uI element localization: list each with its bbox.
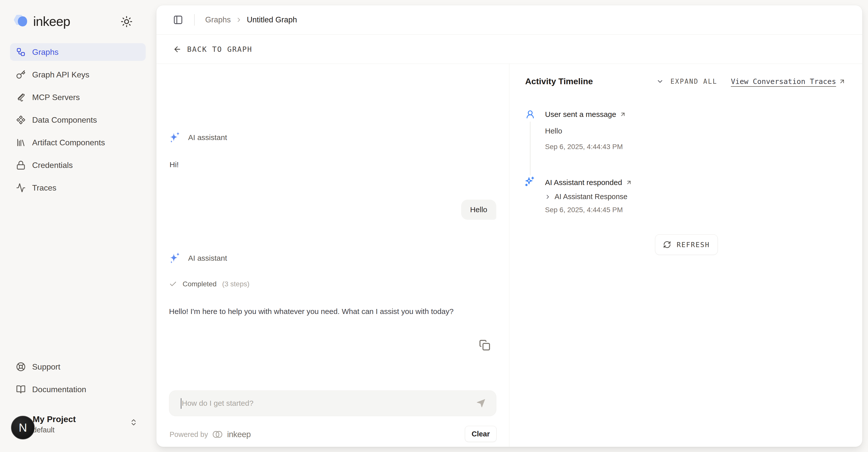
nextjs-dev-badge[interactable]: N [11, 416, 35, 440]
timeline-event-title[interactable]: User sent a message [545, 110, 626, 119]
sidebar-item-traces[interactable]: Traces [10, 179, 146, 197]
activity-timeline-panel: Activity Timeline EXPAND ALL View Conver… [509, 64, 862, 447]
refresh-label: REFRESH [677, 241, 710, 249]
sidebar-item-artifact-components[interactable]: Artifact Components [10, 134, 146, 151]
sun-icon [121, 16, 133, 28]
chevron-right-icon [235, 16, 242, 23]
arrow-up-right-icon [839, 78, 846, 85]
timeline-event-body: Hello [545, 127, 562, 135]
event-title-label: User sent a message [545, 110, 616, 119]
chat-message-input[interactable] [182, 391, 468, 416]
sparkles-icon [524, 176, 535, 187]
content-area: AI assistant Hi! Hello AI assistant [156, 64, 862, 447]
lock-icon [16, 160, 26, 170]
book-open-icon [16, 385, 26, 394]
assistant-response-text: Hello! I'm here to help you with whateve… [169, 306, 496, 317]
expander-label: AI Assistant Response [555, 193, 627, 201]
expand-all-button[interactable]: EXPAND ALL [670, 78, 717, 85]
brand-wordmark: inkeep [33, 14, 70, 29]
timeline-event-title[interactable]: AI Assistant responded [545, 178, 632, 187]
breadcrumb: Graphs Untitled Graph [205, 15, 297, 24]
sidebar-item-label: Traces [32, 183, 57, 193]
chevron-down-icon[interactable] [656, 78, 664, 85]
breadcrumb-graphs-link[interactable]: Graphs [205, 15, 231, 24]
text-caret [181, 398, 181, 409]
send-button[interactable] [475, 398, 487, 409]
sidebar-item-data-components[interactable]: Data Components [10, 111, 146, 129]
user-message-bubble: Hello [461, 200, 496, 220]
timeline-header: Activity Timeline EXPAND ALL View Conver… [509, 77, 862, 86]
arrow-up-right-icon [620, 111, 626, 118]
chevron-right-icon [545, 194, 551, 200]
nextjs-badge-letter: N [19, 421, 27, 434]
timeline-connector [530, 122, 530, 175]
sidebar-item-mcp-servers[interactable]: MCP Servers [10, 88, 146, 106]
timeline-title: Activity Timeline [525, 77, 593, 86]
powered-brand-label: inkeep [227, 430, 251, 439]
arrow-left-icon [173, 45, 182, 54]
copy-icon [478, 339, 491, 351]
ai-response-expander[interactable]: AI Assistant Response [545, 193, 627, 201]
sidebar-item-label: Data Components [32, 115, 97, 125]
event-title-label: AI Assistant responded [545, 178, 622, 187]
life-buoy-icon [16, 362, 26, 372]
components-icon [16, 115, 26, 125]
sparkle-avatar-icon [168, 252, 181, 264]
project-switcher[interactable]: My Project default N [10, 410, 146, 440]
chat-panel: AI assistant Hi! Hello AI assistant [156, 64, 509, 447]
sidebar-item-documentation[interactable]: Documentation [10, 380, 146, 398]
refresh-icon [663, 241, 671, 249]
chevrons-up-down-icon [130, 418, 137, 426]
sidebar-toggle-button[interactable] [173, 15, 183, 25]
back-row: BACK TO GRAPH [156, 35, 862, 64]
sidebar-item-label: Credentials [32, 161, 73, 170]
sidebar-item-support[interactable]: Support [10, 358, 146, 375]
breadcrumb-current: Untitled Graph [247, 15, 297, 24]
back-to-graph-label: BACK TO GRAPH [187, 45, 252, 54]
send-icon [475, 398, 487, 409]
status-steps: (3 steps) [222, 280, 249, 288]
project-environment: default [33, 426, 55, 434]
timeline-event-timestamp: Sep 6, 2025, 4:44:43 PM [545, 143, 623, 151]
inkeep-outline-icon [212, 429, 223, 440]
sidebar-item-label: Artifact Components [32, 138, 105, 147]
refresh-button[interactable]: REFRESH [655, 234, 718, 255]
back-to-graph-button[interactable]: BACK TO GRAPH [173, 45, 252, 54]
assistant-message-header: AI assistant [168, 131, 227, 144]
main-card: Graphs Untitled Graph BACK TO GRAPH [156, 5, 863, 447]
sidebar-footer-nav: Support Documentation [10, 358, 146, 403]
arrow-up-right-icon [626, 179, 632, 186]
powered-by-label: Powered by [169, 430, 208, 439]
sidebar-item-label: Graphs [32, 48, 59, 57]
assistant-label: AI assistant [188, 133, 227, 142]
theme-toggle-button[interactable] [121, 16, 133, 28]
project-name: My Project [33, 414, 76, 424]
key-icon [16, 70, 26, 80]
sidebar: inkeep Graphs [0, 0, 156, 452]
user-icon [525, 110, 535, 119]
activity-icon [16, 183, 26, 193]
assistant-greeting: Hi! [169, 160, 179, 169]
sidebar-item-graph-api-keys[interactable]: Graph API Keys [10, 66, 146, 83]
completion-status[interactable]: Completed (3 steps) [169, 280, 249, 288]
assistant-message-header: AI assistant [168, 252, 227, 264]
check-icon [169, 280, 177, 288]
panel-left-icon [173, 15, 183, 25]
clear-button[interactable]: Clear [465, 426, 497, 442]
header-divider [194, 14, 195, 26]
workflow-icon [16, 47, 26, 57]
inkeep-logo-icon [12, 13, 29, 29]
sidebar-item-credentials[interactable]: Credentials [10, 157, 146, 174]
inkeep-logo[interactable]: inkeep [12, 13, 70, 29]
sidebar-item-graphs[interactable]: Graphs [10, 43, 146, 61]
sidebar-item-label: MCP Servers [32, 93, 80, 102]
powered-by[interactable]: Powered by inkeep [169, 429, 251, 440]
logo-row: inkeep [12, 12, 146, 30]
view-traces-label: View Conversation Traces [731, 77, 836, 86]
view-conversation-traces-link[interactable]: View Conversation Traces [731, 77, 846, 86]
sidebar-nav: Graphs Graph API Keys MCP Servers [10, 43, 146, 202]
sidebar-item-label: Support [32, 362, 60, 372]
header-bar: Graphs Untitled Graph [156, 5, 862, 35]
copy-button[interactable] [478, 339, 491, 351]
mcp-icon [16, 92, 26, 102]
